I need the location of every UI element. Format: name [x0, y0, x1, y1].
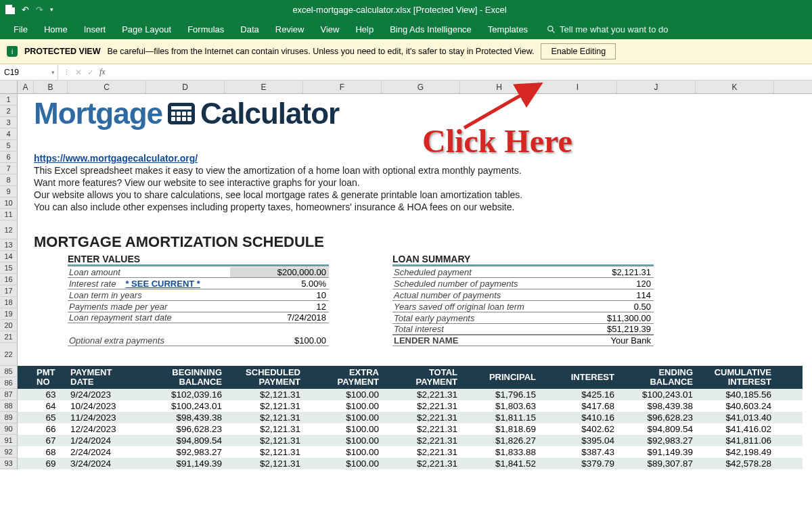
- column-header-F[interactable]: F: [303, 80, 382, 93]
- lender-name-value[interactable]: Your Bank: [555, 335, 654, 346]
- summary-value: $51,219.39: [555, 324, 654, 334]
- row-header[interactable]: 16: [0, 274, 17, 285]
- table-cell: $2,221.31: [382, 412, 460, 423]
- table-cell: [18, 412, 34, 423]
- row-header[interactable]: 4: [0, 128, 17, 140]
- row-header[interactable]: 89: [0, 412, 17, 423]
- input-value[interactable]: 10: [230, 290, 329, 300]
- table-row[interactable]: 6612/24/2023$96,628.23$2,121.31$100.00$2…: [18, 423, 803, 435]
- website-link[interactable]: https://www.mortgagecalculator.org/: [34, 153, 198, 164]
- input-value[interactable]: $200,000.00: [230, 267, 329, 277]
- column-header-B[interactable]: B: [34, 80, 68, 93]
- row-header[interactable]: 85: [0, 366, 17, 377]
- ribbon-tab-page-layout[interactable]: Page Layout: [114, 22, 179, 37]
- protected-view-label: PROTECTED VIEW: [24, 47, 101, 56]
- ribbon-tab-view[interactable]: View: [312, 22, 347, 37]
- column-header-E[interactable]: E: [225, 80, 303, 93]
- save-icon[interactable]: [5, 5, 15, 14]
- sheet-content[interactable]: Mortgage Calculator https://www.mortgage…: [18, 94, 812, 469]
- row-header[interactable]: 87: [0, 389, 17, 400]
- row-header[interactable]: 13: [0, 239, 17, 251]
- ribbon-tab-templates[interactable]: Templates: [480, 22, 536, 37]
- ribbon-tab-help[interactable]: Help: [347, 22, 382, 37]
- ribbon-tab-bing-ads-intelligence[interactable]: Bing Ads Intelligence: [382, 22, 480, 37]
- accept-formula-icon: ✓: [87, 68, 94, 77]
- row-header[interactable]: 6: [0, 151, 17, 163]
- row-header[interactable]: 88: [0, 400, 17, 412]
- input-value[interactable]: 7/24/2018: [230, 312, 329, 323]
- tell-me-search[interactable]: Tell me what you want to do: [547, 24, 668, 34]
- fx-icon[interactable]: fx: [99, 67, 106, 77]
- row-header[interactable]: 9: [0, 186, 17, 197]
- row-header[interactable]: 14: [0, 251, 17, 262]
- input-value[interactable]: 12: [230, 302, 329, 312]
- row-header[interactable]: 2: [0, 105, 17, 117]
- select-all-corner[interactable]: [0, 80, 18, 93]
- name-box[interactable]: C19 ▾: [0, 64, 58, 80]
- row-header[interactable]: 15: [0, 262, 17, 274]
- schedule-title: MORTGAGE AMORTIZATION SCHEDULE: [34, 233, 324, 251]
- table-row[interactable]: 671/24/2024$94,809.54$2,121.31$100.00$2,…: [18, 435, 803, 446]
- table-cell: $41,416.02: [696, 423, 774, 435]
- undo-icon[interactable]: ↶: [22, 5, 29, 15]
- table-cell: 69: [34, 458, 68, 469]
- see-current-link[interactable]: * SEE CURRENT *: [125, 279, 200, 289]
- table-row[interactable]: 682/24/2024$92,983.27$2,121.31$100.00$2,…: [18, 446, 803, 458]
- table-row[interactable]: 6511/24/2023$98,439.38$2,121.31$100.00$2…: [18, 412, 803, 423]
- table-row[interactable]: 693/24/2024$91,149.39$2,121.31$100.00$2,…: [18, 458, 803, 469]
- protected-view-message: Be careful—files from the Internet can c…: [108, 47, 535, 56]
- summary-label: Total interest: [392, 324, 555, 334]
- row-headers: 1234567891011121314151617181920212285868…: [0, 94, 18, 469]
- row-header[interactable]: 90: [0, 423, 17, 435]
- row-header[interactable]: 92: [0, 446, 17, 458]
- row-header[interactable]: 8: [0, 174, 17, 186]
- summary-value: $11,300.00: [555, 313, 654, 323]
- table-cell: $1,841.52: [460, 458, 539, 469]
- row-header[interactable]: 10: [0, 197, 17, 209]
- row-header[interactable]: 5: [0, 140, 17, 151]
- ribbon-tab-insert[interactable]: Insert: [76, 22, 114, 37]
- chevron-down-icon[interactable]: ▾: [51, 69, 55, 76]
- table-header: PRINCIPAL: [460, 366, 539, 389]
- table-cell: $387.43: [539, 446, 617, 458]
- column-header-J[interactable]: J: [617, 80, 696, 93]
- redo-icon[interactable]: ↷: [36, 5, 43, 15]
- row-header[interactable]: 21: [0, 331, 17, 343]
- column-header-A[interactable]: A: [18, 80, 34, 93]
- enable-editing-button[interactable]: Enable Editing: [541, 43, 616, 60]
- table-cell: 12/24/2023: [68, 423, 146, 435]
- extra-payments-value[interactable]: $100.00: [230, 335, 329, 346]
- ribbon-tab-formulas[interactable]: Formulas: [179, 22, 232, 37]
- ribbon-tab-home[interactable]: Home: [36, 22, 76, 37]
- row-header[interactable]: 3: [0, 117, 17, 128]
- row-header[interactable]: 17: [0, 285, 17, 297]
- ribbon-tabs: FileHomeInsertPage LayoutFormulasDataRev…: [0, 19, 812, 39]
- row-header[interactable]: 7: [0, 163, 17, 174]
- row-header[interactable]: 12: [0, 220, 17, 239]
- table-row[interactable]: 6410/24/2023$100,243.01$2,121.31$100.00$…: [18, 400, 803, 412]
- column-header-G[interactable]: G: [382, 80, 460, 93]
- column-header-K[interactable]: K: [696, 80, 774, 93]
- input-value[interactable]: 5.00%: [230, 279, 329, 289]
- column-header-D[interactable]: D: [146, 80, 225, 93]
- title-bar: ↶ ↷ ▾ excel-mortgage-calculator.xlsx [Pr…: [0, 0, 812, 19]
- table-header: CUMULATIVEINTEREST: [696, 366, 774, 389]
- row-header[interactable]: 19: [0, 308, 17, 320]
- table-cell: $1,803.63: [460, 400, 539, 412]
- row-header[interactable]: 20: [0, 320, 17, 331]
- row-header[interactable]: 86: [0, 377, 17, 389]
- summary-value: $2,121.31: [555, 267, 654, 277]
- row-header[interactable]: 91: [0, 435, 17, 446]
- row-header[interactable]: 1: [0, 94, 17, 105]
- fn-dropdown-icon[interactable]: ⋮: [64, 69, 70, 76]
- row-header[interactable]: 18: [0, 297, 17, 308]
- row-header[interactable]: 93: [0, 458, 17, 469]
- row-header[interactable]: 22: [0, 343, 17, 366]
- table-row[interactable]: 639/24/2023$102,039.16$2,121.31$100.00$2…: [18, 389, 803, 400]
- row-header[interactable]: 11: [0, 209, 17, 220]
- summary-value: 0.50: [555, 302, 654, 312]
- ribbon-tab-file[interactable]: File: [5, 22, 36, 37]
- ribbon-tab-review[interactable]: Review: [267, 22, 313, 37]
- ribbon-tab-data[interactable]: Data: [232, 22, 267, 37]
- column-header-C[interactable]: C: [68, 80, 146, 93]
